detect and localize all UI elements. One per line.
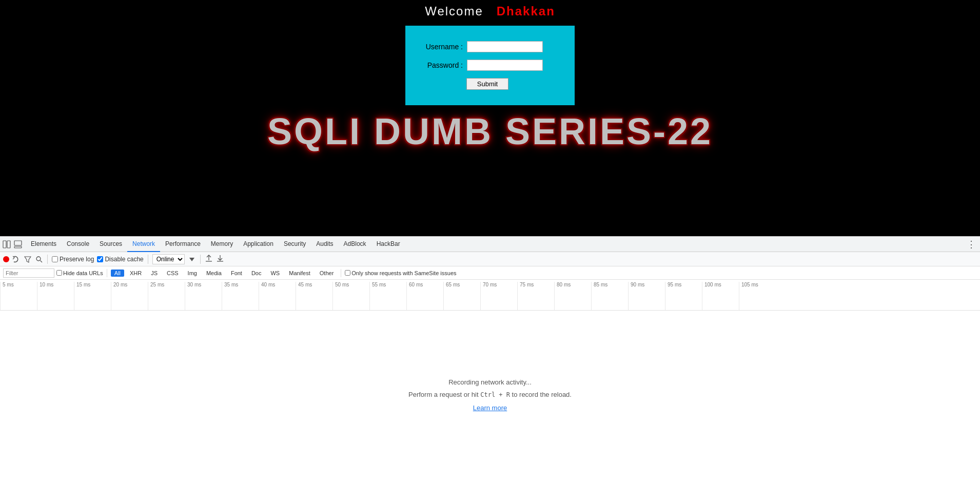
- download-icon[interactable]: [216, 254, 224, 264]
- timeline-tick-11: 55 ms: [369, 282, 406, 310]
- password-row: Password :: [421, 60, 554, 71]
- recording-main-text: Recording network activity...: [408, 376, 572, 388]
- filter-type-js[interactable]: JS: [147, 270, 161, 277]
- timeline-tick-3: 15 ms: [74, 282, 111, 310]
- timeline-tick-15: 75 ms: [517, 282, 554, 310]
- password-input[interactable]: [467, 60, 543, 71]
- preserve-log-checkbox[interactable]: [52, 256, 58, 262]
- filter-type-all[interactable]: All: [111, 270, 124, 277]
- timeline-tick-17: 85 ms: [591, 282, 628, 310]
- timeline-tick-7: 35 ms: [222, 282, 259, 310]
- timeline-ruler: 5 ms10 ms15 ms20 ms25 ms30 ms35 ms40 ms4…: [0, 280, 980, 310]
- timeline-tick-4: 20 ms: [111, 282, 148, 310]
- timeline-area: 5 ms10 ms15 ms20 ms25 ms30 ms35 ms40 ms4…: [0, 280, 980, 311]
- filter-type-media[interactable]: Media: [203, 270, 225, 277]
- record-button[interactable]: [3, 256, 9, 262]
- filter-type-img[interactable]: Img: [184, 270, 201, 277]
- hide-data-urls-text: Hide data URLs: [63, 270, 103, 276]
- upload-icon[interactable]: [205, 254, 213, 264]
- toolbar-separator-2: [148, 255, 148, 264]
- filter-type-css[interactable]: CSS: [163, 270, 182, 277]
- tab-hackbar[interactable]: HackBar: [371, 237, 405, 252]
- samesite-checkbox[interactable]: [345, 270, 350, 276]
- filter-type-other[interactable]: Other: [316, 270, 338, 277]
- timeline-tick-21: 105 ms: [739, 282, 776, 310]
- throttle-select[interactable]: Online: [152, 254, 185, 264]
- svg-rect-0: [3, 241, 6, 248]
- username-input[interactable]: [467, 41, 543, 52]
- tab-console[interactable]: Console: [62, 237, 94, 252]
- filter-separator-2: [341, 269, 341, 277]
- timeline-tick-14: 70 ms: [480, 282, 517, 310]
- devtools-icons-left: [2, 240, 26, 249]
- tab-adblock[interactable]: AdBlock: [339, 237, 371, 252]
- sqli-title: SQLI DUMB SERIES-22: [267, 110, 713, 152]
- submit-row: Submit: [421, 78, 554, 90]
- preserve-log-checkbox-label[interactable]: Preserve log: [52, 256, 94, 263]
- toolbar-separator-1: [47, 255, 48, 264]
- filter-type-doc[interactable]: Doc: [248, 270, 265, 277]
- preserve-log-label: Preserve log: [60, 256, 94, 263]
- recording-sub-text: Perform a request or hit Ctrl + R to rec…: [408, 389, 572, 401]
- svg-point-5: [36, 257, 41, 261]
- svg-marker-4: [25, 257, 31, 262]
- timeline-tick-6: 30 ms: [185, 282, 222, 310]
- filter-icon[interactable]: [24, 255, 32, 263]
- stop-record-button[interactable]: [12, 255, 21, 263]
- timeline-tick-16: 80 ms: [554, 282, 591, 310]
- filter-type-ws[interactable]: WS: [267, 270, 283, 277]
- tab-network[interactable]: Network: [127, 237, 160, 252]
- filter-input[interactable]: [3, 268, 54, 278]
- dock-bottom-icon[interactable]: [13, 240, 23, 249]
- filter-type-font[interactable]: Font: [227, 270, 246, 277]
- dock-icon[interactable]: [2, 240, 11, 249]
- timeline-tick-19: 95 ms: [665, 282, 702, 310]
- timeline-tick-1: 5 ms: [0, 282, 37, 310]
- filter-row: Hide data URLs All XHR JS CSS Img Media …: [0, 266, 980, 280]
- tab-application[interactable]: Application: [238, 237, 279, 252]
- samesite-label[interactable]: Only show requests with SameSite issues: [345, 270, 456, 276]
- svg-marker-7: [189, 258, 194, 261]
- timeline-tick-20: 100 ms: [702, 282, 739, 310]
- disable-cache-checkbox-label[interactable]: Disable cache: [97, 256, 143, 263]
- toolbar-separator-3: [200, 255, 201, 264]
- samesite-text: Only show requests with SameSite issues: [351, 270, 456, 276]
- page-header: Welcome Dhakkan: [425, 4, 555, 18]
- submit-button[interactable]: Submit: [466, 78, 508, 90]
- timeline-tick-10: 50 ms: [332, 282, 369, 310]
- browser-page: Welcome Dhakkan Username : Password : Su…: [0, 0, 980, 236]
- timeline-tick-13: 65 ms: [443, 282, 480, 310]
- timeline-tick-8: 40 ms: [259, 282, 296, 310]
- sub-text-2: to record the reload.: [510, 391, 572, 398]
- login-box: Username : Password : Submit: [405, 26, 575, 105]
- shortcut-key: Ctrl + R: [480, 391, 510, 398]
- tab-memory[interactable]: Memory: [206, 237, 238, 252]
- devtools-panel: Elements Console Sources Network Perform…: [0, 236, 980, 481]
- search-icon[interactable]: [35, 255, 43, 263]
- hide-data-urls-checkbox[interactable]: [56, 270, 62, 276]
- throttle-down-icon[interactable]: [188, 255, 196, 263]
- tab-security[interactable]: Security: [279, 237, 311, 252]
- tab-audits[interactable]: Audits: [311, 237, 338, 252]
- password-label: Password :: [421, 61, 467, 69]
- svg-line-6: [41, 260, 43, 262]
- filter-type-xhr[interactable]: XHR: [126, 270, 145, 277]
- hide-data-urls-label[interactable]: Hide data URLs: [56, 270, 103, 276]
- disable-cache-checkbox[interactable]: [97, 256, 103, 262]
- filter-separator-1: [107, 269, 107, 277]
- recording-message: Recording network activity... Perform a …: [408, 376, 572, 415]
- timeline-tick-5: 25 ms: [148, 282, 185, 310]
- timeline-tick-9: 45 ms: [296, 282, 332, 310]
- tab-performance[interactable]: Performance: [160, 237, 206, 252]
- tab-elements[interactable]: Elements: [26, 237, 62, 252]
- learn-more-link[interactable]: Learn more: [473, 404, 507, 412]
- dhakkan-text: Dhakkan: [497, 4, 555, 18]
- sub-text-1: Perform a request or hit: [408, 391, 480, 398]
- tab-sources[interactable]: Sources: [94, 237, 127, 252]
- network-toolbar: Preserve log Disable cache Online: [0, 252, 980, 266]
- svg-rect-3: [14, 246, 22, 248]
- filter-type-manifest[interactable]: Manifest: [285, 270, 314, 277]
- devtools-more-icon[interactable]: ⋮: [967, 239, 980, 250]
- username-row: Username :: [421, 41, 554, 52]
- devtools-tab-bar: Elements Console Sources Network Perform…: [0, 237, 980, 252]
